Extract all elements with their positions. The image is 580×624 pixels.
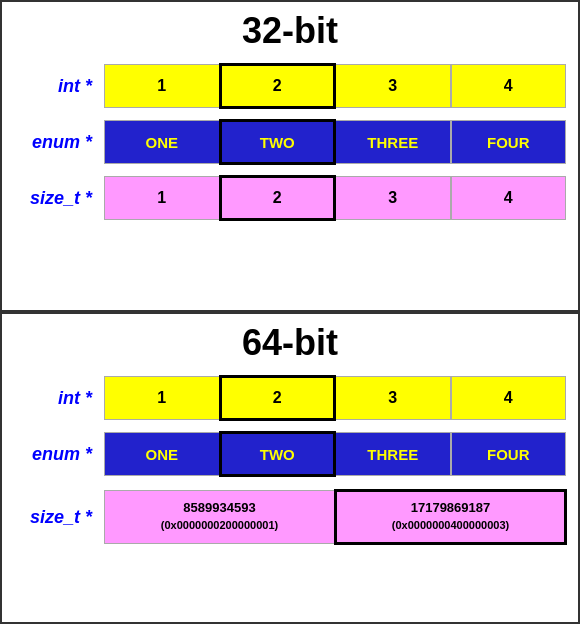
row-64-enum: enum * ONE TWO THREE FOUR: [14, 432, 566, 476]
label-32-enum: enum *: [14, 132, 104, 153]
cell-64-int-4: 4: [451, 376, 567, 420]
cell-32-int-4: 4: [451, 64, 567, 108]
cell-64-int-1: 1: [104, 376, 220, 420]
cell-64-enum-1: ONE: [104, 432, 220, 476]
row-32-enum: enum * ONE TWO THREE FOUR: [14, 120, 566, 164]
cell-64-sizet-1: 8589934593(0x0000000200000001): [104, 490, 335, 544]
label-64-enum: enum *: [14, 444, 104, 465]
section-64bit: 64-bit int * 1 2 3 4 enum * ONE TWO THRE…: [0, 312, 580, 624]
label-64-sizet: size_t *: [14, 507, 104, 528]
cell-64-sizet-2: 17179869187(0x0000000400000003): [335, 490, 566, 544]
cells-32-sizet: 1 2 3 4: [104, 176, 566, 220]
row-32-sizet: size_t * 1 2 3 4: [14, 176, 566, 220]
cell-32-sizet-2: 2: [220, 176, 336, 220]
cell-64-enum-3: THREE: [335, 432, 451, 476]
cell-64-sizet-1-line1: 8589934593(0x0000000200000001): [161, 500, 278, 534]
cell-32-enum-4: FOUR: [451, 120, 567, 164]
cell-32-enum-3: THREE: [335, 120, 451, 164]
cell-64-sizet-2-line1: 17179869187(0x0000000400000003): [392, 500, 509, 534]
label-32-int: int *: [14, 76, 104, 97]
cell-64-int-3: 3: [335, 376, 451, 420]
cell-32-enum-2: TWO: [220, 120, 336, 164]
cells-64-enum: ONE TWO THREE FOUR: [104, 432, 566, 476]
label-32-sizet: size_t *: [14, 188, 104, 209]
cells-32-enum: ONE TWO THREE FOUR: [104, 120, 566, 164]
cell-32-sizet-1: 1: [104, 176, 220, 220]
cell-64-enum-4: FOUR: [451, 432, 567, 476]
cell-32-int-2: 2: [220, 64, 336, 108]
title-64bit: 64-bit: [14, 322, 566, 364]
row-64-int: int * 1 2 3 4: [14, 376, 566, 420]
cell-32-enum-1: ONE: [104, 120, 220, 164]
cell-32-int-1: 1: [104, 64, 220, 108]
row-64-sizet: size_t * 8589934593(0x0000000200000001) …: [14, 490, 566, 544]
section-32bit: 32-bit int * 1 2 3 4 enum * ONE TWO THRE…: [0, 0, 580, 312]
cell-64-enum-2: TWO: [220, 432, 336, 476]
cell-32-sizet-4: 4: [451, 176, 567, 220]
row-32-int: int * 1 2 3 4: [14, 64, 566, 108]
cell-32-int-3: 3: [335, 64, 451, 108]
cell-64-int-2: 2: [220, 376, 336, 420]
label-64-int: int *: [14, 388, 104, 409]
cells-64-int: 1 2 3 4: [104, 376, 566, 420]
title-32bit: 32-bit: [14, 10, 566, 52]
cell-32-sizet-3: 3: [335, 176, 451, 220]
cells-64-sizet: 8589934593(0x0000000200000001) 171798691…: [104, 490, 566, 544]
cells-32-int: 1 2 3 4: [104, 64, 566, 108]
